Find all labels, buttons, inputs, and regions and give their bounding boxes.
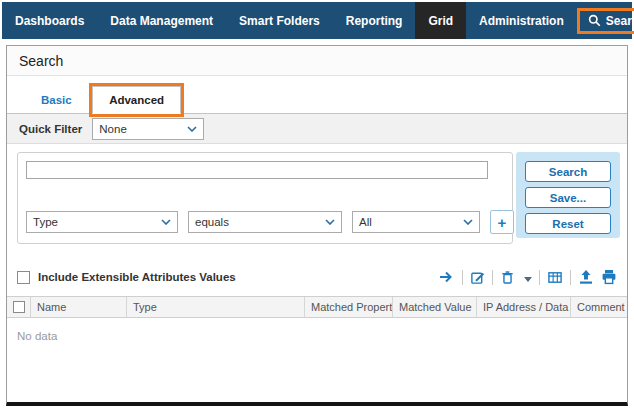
search-query-input[interactable] (26, 161, 488, 179)
nav-search-label: Search (606, 14, 634, 28)
column-header-comment[interactable]: Comment (571, 297, 627, 317)
table-toolbar (439, 268, 617, 286)
operator-select-value: equals (195, 216, 229, 228)
toolbar-divider (539, 270, 540, 285)
include-ea-label: Include Extensible Attributes Values (38, 271, 236, 283)
condition-row: Type equals All + (26, 210, 514, 234)
upload-button[interactable] (578, 269, 594, 285)
reset-button[interactable]: Reset (525, 213, 611, 234)
results-table: Name Type Matched Property Matched Value… (7, 296, 627, 342)
table-columns-button[interactable] (547, 270, 563, 285)
save-button[interactable]: Save... (525, 187, 611, 208)
table-columns-icon (547, 270, 563, 285)
search-form-section: Type equals All + Search Save... (7, 144, 627, 254)
column-header-type[interactable]: Type (127, 297, 305, 317)
quick-filter-value: None (99, 123, 127, 135)
table-header-row: Name Type Matched Property Matched Value… (7, 296, 627, 318)
nav-item-grid[interactable]: Grid (415, 2, 466, 39)
select-all-cell (7, 297, 31, 317)
column-header-matched-property[interactable]: Matched Property (305, 297, 393, 317)
chevron-down-icon (187, 126, 197, 132)
nav-item-smart-folders[interactable]: Smart Folders (226, 2, 333, 39)
tab-basic[interactable]: Basic (25, 87, 88, 113)
nav-item-administration[interactable]: Administration (466, 2, 577, 39)
chevron-down-icon (463, 219, 473, 225)
tab-advanced[interactable]: Advanced (92, 86, 181, 114)
search-button[interactable]: Search (525, 161, 611, 182)
operator-select[interactable]: equals (188, 211, 342, 233)
edit-button[interactable] (470, 270, 485, 285)
search-criteria-box: Type equals All + (17, 152, 513, 244)
nav-item-dashboards[interactable]: Dashboards (2, 2, 97, 39)
include-ea-checkbox[interactable] (17, 271, 30, 284)
actions-panel: Search Save... Reset (516, 152, 620, 238)
add-condition-button[interactable]: + (490, 210, 514, 234)
edit-icon (470, 270, 485, 285)
chevron-down-icon (325, 219, 335, 225)
tab-bar: Basic Advanced (7, 76, 627, 114)
quick-filter-label: Quick Filter (19, 123, 82, 135)
print-icon (601, 269, 617, 285)
column-header-name[interactable]: Name (31, 297, 127, 317)
search-icon (588, 14, 601, 27)
app-window: Dashboards Data Management Smart Folders… (0, 0, 634, 411)
select-all-checkbox[interactable] (13, 301, 25, 313)
print-button[interactable] (601, 269, 617, 285)
value-select-value: All (359, 216, 372, 228)
toolbar-divider (570, 270, 571, 285)
page-title: Search (7, 46, 627, 76)
nav-search-button[interactable]: Search (577, 8, 634, 34)
nav-item-reporting[interactable]: Reporting (333, 2, 416, 39)
field-select-value: Type (33, 216, 58, 228)
column-header-matched-value[interactable]: Matched Value (393, 297, 477, 317)
delete-button[interactable] (500, 270, 515, 285)
caret-down-icon (524, 277, 532, 282)
trash-icon (500, 270, 515, 285)
nav-item-data-management[interactable]: Data Management (97, 2, 226, 39)
column-header-ip-address-data[interactable]: IP Address / Data (477, 297, 571, 317)
value-select[interactable]: All (352, 211, 480, 233)
content-panel: Search Basic Advanced Quick Filter None … (6, 45, 628, 406)
export-arrow-icon (439, 269, 455, 285)
top-navigation: Dashboards Data Management Smart Folders… (2, 2, 632, 39)
toolbar-divider (492, 270, 493, 285)
delete-dropdown-caret[interactable] (524, 268, 532, 286)
field-select[interactable]: Type (26, 211, 178, 233)
export-button[interactable] (439, 269, 455, 285)
chevron-down-icon (161, 219, 171, 225)
options-row: Include Extensible Attributes Values (7, 264, 627, 290)
toolbar-divider (462, 270, 463, 285)
table-empty-message: No data (7, 318, 627, 342)
upload-icon (578, 269, 594, 285)
quick-filter-select[interactable]: None (92, 118, 204, 140)
quick-filter-row: Quick Filter None (7, 114, 627, 144)
